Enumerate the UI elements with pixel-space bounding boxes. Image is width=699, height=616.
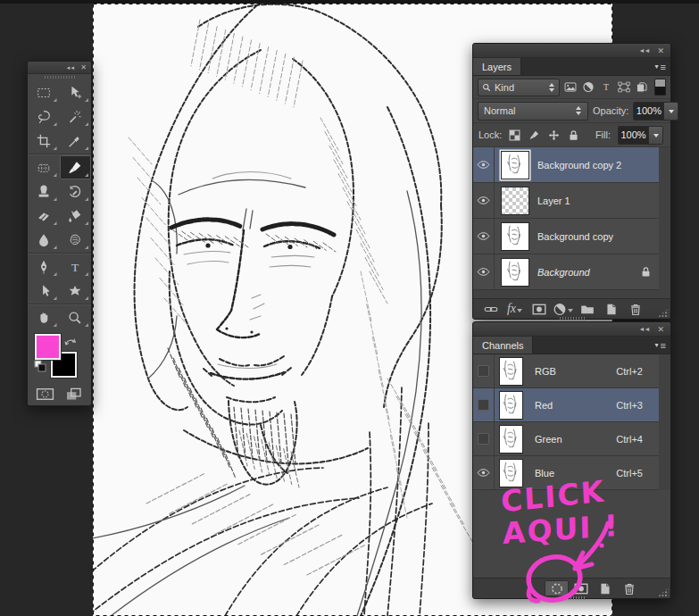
fill-dropdown-icon[interactable] xyxy=(648,127,662,144)
channel-visibility-toggle[interactable] xyxy=(473,456,495,489)
collapse-panel-icon[interactable]: ◄◄ xyxy=(65,65,74,71)
layer-visibility-toggle[interactable] xyxy=(473,219,495,254)
eyedropper-tool[interactable] xyxy=(60,129,92,153)
channel-name[interactable]: RGB xyxy=(535,366,616,377)
tab-channels[interactable]: Channels xyxy=(473,337,533,354)
move-tool[interactable] xyxy=(60,80,92,104)
close-panel-icon[interactable]: ✕ xyxy=(80,63,87,71)
layer-visibility-toggle[interactable] xyxy=(473,147,495,182)
channel-thumbnail[interactable] xyxy=(499,425,523,454)
collapse-panel-icon[interactable]: ◄◄ xyxy=(639,326,650,332)
layer-name[interactable]: Background copy 2 xyxy=(537,160,659,171)
patch-tool[interactable] xyxy=(28,155,60,179)
layer-thumbnail[interactable] xyxy=(501,187,529,215)
channel-row[interactable]: RedCtrl+3 xyxy=(473,388,659,422)
default-colors-icon[interactable] xyxy=(34,360,46,372)
channel-visibility-toggle[interactable] xyxy=(473,422,495,455)
layer-row[interactable]: Background copy xyxy=(473,219,659,254)
collapse-panel-icon[interactable]: ◄◄ xyxy=(639,47,650,54)
link-button[interactable] xyxy=(478,301,503,317)
lock-pixels-icon[interactable] xyxy=(528,129,540,141)
lock-transparency-icon[interactable] xyxy=(509,129,520,141)
layer-row[interactable]: Background copy 2 xyxy=(473,147,659,183)
folder-button[interactable] xyxy=(575,301,599,317)
channel-name[interactable]: Blue xyxy=(535,468,616,479)
layer-name[interactable]: Layer 1 xyxy=(537,196,659,206)
load-selection-button[interactable] xyxy=(545,580,569,596)
panel-height-grip[interactable] xyxy=(560,317,585,320)
layer-row[interactable]: Background xyxy=(473,254,659,290)
layer-thumbnail[interactable] xyxy=(501,258,529,287)
channel-name[interactable]: Green xyxy=(535,434,616,445)
filter-kind-select[interactable]: Kind xyxy=(478,79,560,96)
layer-row[interactable]: Layer 1 xyxy=(473,183,659,219)
save-mask-button[interactable] xyxy=(569,580,593,596)
foreground-color-swatch[interactable] xyxy=(35,334,61,360)
lock-all-icon[interactable] xyxy=(568,129,579,141)
magic-wand-tool[interactable] xyxy=(60,104,92,129)
panel-menu-icon[interactable]: ▾ ≡ xyxy=(655,58,670,75)
quick-mask-button[interactable] xyxy=(36,387,54,401)
filtering-toggle-switch[interactable] xyxy=(654,79,666,96)
layer-name[interactable]: Background xyxy=(537,267,641,278)
trash-button[interactable] xyxy=(617,580,641,596)
channel-visibility-toggle[interactable] xyxy=(473,388,495,421)
layer-visibility-toggle[interactable] xyxy=(473,254,495,289)
new-channel-button[interactable] xyxy=(593,580,617,596)
paint-bucket-tool[interactable] xyxy=(60,204,92,228)
panel-menu-icon[interactable]: ▾ ≡ xyxy=(655,337,670,354)
lasso-tool[interactable] xyxy=(28,104,60,129)
trash-button[interactable] xyxy=(623,301,647,317)
channel-name[interactable]: Red xyxy=(535,400,616,411)
channel-row[interactable]: RGBCtrl+2 xyxy=(473,354,659,388)
swap-colors-icon[interactable] xyxy=(64,335,77,345)
resize-grip-icon[interactable] xyxy=(658,308,669,317)
layer-name[interactable]: Background copy xyxy=(537,231,659,242)
filter-type-layers-icon[interactable] xyxy=(598,79,613,95)
channel-thumbnail[interactable] xyxy=(499,459,523,487)
zoom-tool[interactable] xyxy=(60,305,92,329)
path-selection-tool[interactable] xyxy=(28,279,60,303)
tools-panel-header: ◄◄ ✕ xyxy=(28,62,91,74)
adjustment-button[interactable] xyxy=(551,301,575,317)
filter-pixel-layers-icon[interactable] xyxy=(562,79,578,95)
layer-thumbnail[interactable] xyxy=(501,151,529,179)
close-panel-icon[interactable]: ✕ xyxy=(657,46,664,55)
smudge-tool[interactable] xyxy=(60,228,92,252)
blend-mode-select[interactable]: Normal xyxy=(478,102,588,121)
rectangular-marquee-tool[interactable] xyxy=(28,80,60,104)
panel-height-grip[interactable] xyxy=(560,596,585,600)
fill-field[interactable]: 100% xyxy=(618,126,663,145)
channel-row[interactable]: BlueCtrl+5 xyxy=(473,456,659,490)
fx-button[interactable]: fx xyxy=(503,301,527,317)
brush-tool[interactable] xyxy=(60,155,92,179)
type-tool[interactable] xyxy=(60,254,92,279)
channel-thumbnail[interactable] xyxy=(499,357,523,386)
channel-visibility-toggle[interactable] xyxy=(473,354,495,387)
eraser-tool[interactable] xyxy=(28,204,60,228)
layer-thumbnail[interactable] xyxy=(501,222,529,251)
panel-drag-grip[interactable] xyxy=(28,74,91,80)
blur-tool[interactable] xyxy=(28,228,60,252)
custom-shape-tool[interactable] xyxy=(60,279,92,303)
tab-layers[interactable]: Layers xyxy=(473,58,521,75)
filter-shape-layers-icon[interactable] xyxy=(616,79,631,95)
filter-adjustment-layers-icon[interactable] xyxy=(580,79,595,95)
hand-tool[interactable] xyxy=(28,305,60,329)
channel-row[interactable]: GreenCtrl+4 xyxy=(473,422,659,456)
crop-tool[interactable] xyxy=(28,129,60,153)
mask-button[interactable] xyxy=(527,301,551,317)
opacity-field[interactable]: 100% xyxy=(633,102,678,121)
new-layer-button[interactable] xyxy=(599,301,623,317)
filter-smart-objects-icon[interactable] xyxy=(634,79,649,95)
channel-thumbnail[interactable] xyxy=(499,391,523,420)
layer-visibility-toggle[interactable] xyxy=(473,183,495,218)
screen-mode-button[interactable] xyxy=(64,387,83,401)
lock-position-icon[interactable] xyxy=(548,129,560,141)
history-brush-tool[interactable] xyxy=(60,179,92,204)
close-panel-icon[interactable]: ✕ xyxy=(657,325,664,334)
pen-tool[interactable] xyxy=(28,254,60,279)
resize-grip-icon[interactable] xyxy=(658,587,669,596)
opacity-dropdown-icon[interactable] xyxy=(663,103,678,120)
clone-stamp-tool[interactable] xyxy=(28,179,60,204)
